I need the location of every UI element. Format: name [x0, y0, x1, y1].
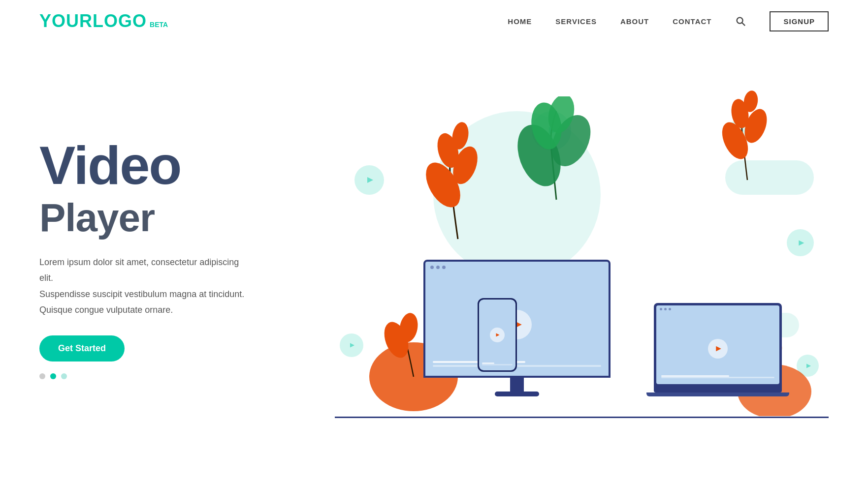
logo[interactable]: YOURLOGO BETA	[39, 11, 168, 31]
search-icon	[735, 16, 746, 27]
svg-line-1	[742, 23, 745, 26]
phone-play-icon	[494, 332, 500, 338]
dot-3[interactable]	[61, 373, 67, 379]
hero-title-video: Video	[39, 138, 295, 192]
laptop-dot-3	[669, 308, 671, 310]
monitor-screen	[423, 260, 611, 378]
play-icon-rightmid	[795, 238, 806, 248]
get-started-button[interactable]: Get Started	[39, 335, 125, 362]
hero-section: Video Player Lorem ipsum dolor sit amet,…	[0, 42, 868, 465]
monitor-stand-neck	[510, 378, 524, 392]
play-icon-topleft	[363, 174, 375, 186]
nav: HOME SERVICES ABOUT CONTACT SIGNUP	[508, 11, 829, 31]
phone-device	[478, 298, 517, 372]
nav-services[interactable]: SERVICES	[555, 17, 597, 26]
svg-marker-27	[496, 333, 500, 337]
laptop-hinge	[654, 387, 782, 392]
laptop-dot-1	[660, 308, 662, 310]
hero-title-player: Player	[39, 196, 295, 240]
hero-desc-line3: Quisque congue vulputate ornare.	[39, 305, 173, 315]
monitor-dot-1	[430, 266, 434, 269]
monitor-device	[423, 260, 611, 396]
monitor-stand-base	[495, 392, 539, 396]
hero-desc-line2: Suspendisse suscipit vestibulum magna at…	[39, 289, 244, 299]
signup-button[interactable]: SIGNUP	[770, 11, 829, 31]
hero-left: Video Player Lorem ipsum dolor sit amet,…	[39, 138, 295, 380]
monitor-progress	[433, 361, 601, 367]
search-button[interactable]	[735, 16, 746, 27]
nav-about[interactable]: ABOUT	[620, 17, 649, 26]
phone-screen	[479, 300, 515, 370]
laptop-title-bar	[656, 305, 779, 313]
hero-description: Lorem ipsum dolor sit amet, consectetur …	[39, 254, 246, 318]
svg-marker-28	[716, 346, 721, 352]
play-icon-bottomleft	[347, 341, 356, 350]
laptop-screen-outer	[654, 303, 782, 387]
laptop-keyboard-base	[646, 392, 789, 396]
svg-marker-6	[350, 343, 354, 348]
svg-marker-5	[799, 240, 804, 245]
dot-1[interactable]	[39, 373, 45, 379]
monitor-dot-2	[436, 266, 440, 269]
svg-marker-2	[367, 177, 373, 183]
orange-plant-topright	[715, 87, 779, 185]
nav-contact[interactable]: CONTACT	[673, 17, 711, 26]
phone-play-button[interactable]	[490, 328, 505, 342]
carousel-dots	[39, 373, 295, 379]
ground-line	[335, 417, 829, 418]
svg-point-0	[737, 18, 743, 24]
phone-body	[478, 298, 517, 372]
laptop-progress	[661, 375, 774, 378]
nav-home[interactable]: HOME	[508, 17, 532, 26]
logo-text: YOURLOGO	[39, 11, 147, 31]
hero-illustration	[325, 82, 829, 436]
dot-2-active[interactable]	[50, 373, 56, 379]
laptop-play-button[interactable]	[708, 339, 728, 359]
orange-plant-left	[423, 106, 492, 244]
logo-beta: BETA	[150, 21, 168, 29]
play-bubble-topleft	[354, 165, 384, 195]
phone-bar-bg	[482, 364, 513, 365]
laptop-screen-inner	[656, 305, 779, 384]
monitor-progress-bg	[433, 365, 601, 367]
laptop-device	[654, 303, 789, 396]
laptop-play-icon	[713, 344, 722, 353]
hero-desc-line1: Lorem ipsum dolor sit amet, consectetur …	[39, 257, 239, 283]
laptop-bar-bg	[661, 377, 774, 378]
play-bubble-bottomleft	[340, 333, 363, 357]
play-bubble-rightmid	[787, 229, 814, 256]
monitor-title-bar	[425, 262, 609, 273]
phone-progress	[482, 362, 513, 365]
monitor-dot-3	[442, 266, 446, 269]
header: YOURLOGO BETA HOME SERVICES ABOUT CONTAC…	[0, 0, 868, 42]
laptop-dot-2	[664, 308, 667, 310]
green-plant-center	[512, 96, 601, 205]
